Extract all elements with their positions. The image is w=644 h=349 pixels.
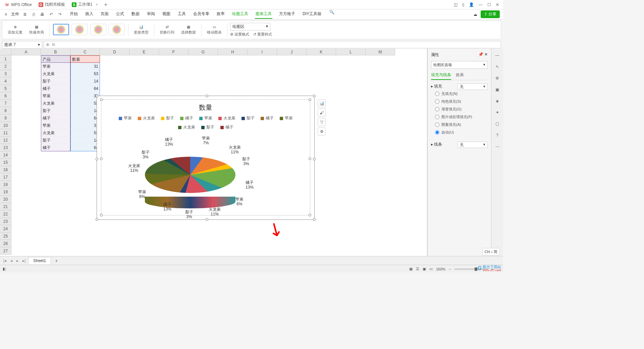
legend-item[interactable]: 火龙果 (218, 115, 235, 121)
add-element-button[interactable]: ⊕添加元素 (5, 25, 25, 35)
cell[interactable]: 苹果 (41, 63, 70, 70)
cell[interactable]: 橘子 (41, 85, 70, 92)
data-label[interactable]: 梨子3% (242, 157, 250, 166)
row-header[interactable]: 4 (0, 78, 11, 85)
close-panel-icon[interactable]: ✕ (484, 52, 488, 57)
cell[interactable]: 64 (70, 85, 100, 92)
row-header[interactable]: 9 (0, 114, 11, 122)
row-header[interactable]: 13 (0, 144, 11, 151)
layers-icon[interactable]: ▣ (494, 86, 501, 93)
row-header[interactable]: 18 (0, 181, 11, 188)
close-window-icon[interactable]: ✕ (496, 2, 499, 7)
menu-diy[interactable]: DIY工具箱 (302, 10, 322, 19)
more-icon[interactable]: ⋯ (494, 143, 501, 150)
collapse-icon[interactable]: — (494, 52, 501, 59)
tab-template[interactable]: D找稻壳模板 (35, 0, 68, 9)
view-page-icon[interactable]: ▣ (423, 267, 426, 271)
cloud-icon[interactable]: ☁ (473, 12, 477, 17)
resize-handle[interactable] (96, 218, 98, 221)
cell[interactable]: 苹果 (41, 122, 70, 129)
area-select[interactable]: 绘图区选项▾ (431, 61, 488, 69)
style-thumb-2[interactable] (71, 24, 88, 35)
row-header[interactable]: 7 (0, 100, 11, 107)
row-header[interactable]: 23 (0, 218, 11, 225)
maximize-icon[interactable]: ☐ (487, 2, 491, 7)
section-line[interactable]: ▸ 线条 (431, 142, 442, 148)
cell[interactable]: 53 (70, 100, 100, 107)
style-thumb-4[interactable] (109, 24, 125, 35)
chart-elements-icon[interactable]: 📊 (318, 99, 326, 107)
minimize-icon[interactable]: — (479, 2, 483, 7)
menu-view[interactable]: 视图 (162, 10, 171, 19)
section-fill[interactable]: ▸ 填充 (431, 84, 442, 90)
col-header[interactable]: C (70, 49, 100, 55)
share-button[interactable]: ⇪ 分享 (481, 10, 500, 18)
formula-bar[interactable]: ⊕fx (44, 41, 501, 48)
cell[interactable]: 64 (70, 144, 100, 151)
cell[interactable]: 产品 (41, 55, 70, 63)
legend-item[interactable]: 苹果 (119, 115, 132, 121)
zoom-out-button[interactable]: − (449, 267, 451, 271)
cell[interactable]: 橘子 (41, 144, 70, 151)
row-header[interactable]: 27 (0, 247, 11, 255)
menu-page[interactable]: 页面 (100, 10, 109, 19)
row-header[interactable]: 11 (0, 129, 11, 137)
cube-icon[interactable]: ⟠ (462, 2, 464, 7)
row-header[interactable]: 16 (0, 166, 11, 173)
cell[interactable]: 梨子 (41, 78, 70, 85)
resize-handle[interactable] (206, 218, 208, 221)
chart-title[interactable]: 数量 (103, 102, 308, 113)
legend-item[interactable]: 梨子 (201, 124, 214, 130)
sheet-tab-1[interactable]: Sheet1 (28, 257, 51, 264)
data-label[interactable]: 橘子13% (246, 180, 254, 190)
data-label[interactable]: 苹果6% (138, 190, 146, 199)
row-header[interactable]: 19 (0, 188, 11, 196)
row-header[interactable]: 25 (0, 233, 11, 240)
tab-wps[interactable]: WWPS Office (1, 1, 35, 8)
legend-item[interactable]: 苹果 (199, 115, 212, 121)
data-label[interactable]: 火龙果11% (229, 145, 241, 155)
preview-icon[interactable]: 🖶 (39, 12, 46, 17)
cell[interactable]: 14 (70, 107, 100, 114)
tab-workbook[interactable]: S工作簿1• (68, 0, 101, 9)
chart-settings-icon[interactable]: ⚙ (318, 128, 326, 136)
row-header[interactable]: 24 (0, 225, 11, 233)
radio-solid-fill[interactable]: 纯色填充(S) (431, 98, 488, 105)
data-label[interactable]: 橘子13% (165, 137, 173, 147)
chart-legend[interactable]: 苹果火龙果梨子橘子苹果火龙果梨子橘子苹果火龙果梨子橘子 (103, 113, 308, 132)
col-header[interactable]: A (11, 49, 41, 55)
select-data-button[interactable]: ▦选择数据 (178, 25, 199, 35)
row-header[interactable]: 14 (0, 151, 11, 159)
tab-effect[interactable]: 效果 (456, 71, 464, 80)
col-header[interactable]: E (129, 49, 159, 55)
radio-auto-fill[interactable]: 自动(U) (431, 129, 488, 136)
zoom-fx-icon[interactable]: ⊕ (46, 42, 49, 47)
swap-button[interactable]: ⇄切换行列 (157, 25, 177, 35)
row-header[interactable]: 21 (0, 203, 11, 210)
chart-styles-icon[interactable]: 🖌 (318, 109, 326, 117)
chart-object[interactable]: 📊 🖌 ▽ ⚙ 数量 苹果火龙果梨子橘子苹果火龙果梨子橘子苹果火龙果梨子橘子 苹… (97, 96, 315, 220)
legend-item[interactable]: 橘子 (220, 124, 233, 130)
resize-handle[interactable] (313, 218, 316, 221)
menu-formula[interactable]: 公式 (115, 10, 125, 19)
tab-nav-last[interactable]: ▸| (21, 258, 27, 263)
tab-nav-prev[interactable]: ◂ (9, 258, 14, 263)
menu-insert[interactable]: 插入 (85, 10, 94, 19)
row-header[interactable]: 6 (0, 92, 11, 100)
cell[interactable]: 53 (70, 70, 100, 78)
row-header[interactable]: 26 (0, 240, 11, 247)
cell[interactable]: 14 (70, 78, 100, 85)
resize-handle[interactable] (309, 98, 311, 101)
radio-picture-fill[interactable]: 图片或纹理填充(P) (431, 113, 488, 121)
resize-handle[interactable] (313, 158, 316, 160)
add-sheet-button[interactable]: + (52, 258, 60, 263)
cell[interactable]: 火龙果 (41, 70, 70, 78)
col-header[interactable]: K (307, 49, 336, 55)
col-header[interactable]: I (248, 49, 277, 55)
col-header[interactable]: F (159, 49, 189, 55)
col-header[interactable]: H (218, 49, 248, 55)
data-label[interactable]: 苹果6% (235, 197, 244, 207)
view-reader-icon[interactable]: ▭ (429, 267, 433, 271)
select-tool-icon[interactable]: ↖ (494, 63, 501, 70)
resize-handle[interactable] (100, 214, 103, 216)
